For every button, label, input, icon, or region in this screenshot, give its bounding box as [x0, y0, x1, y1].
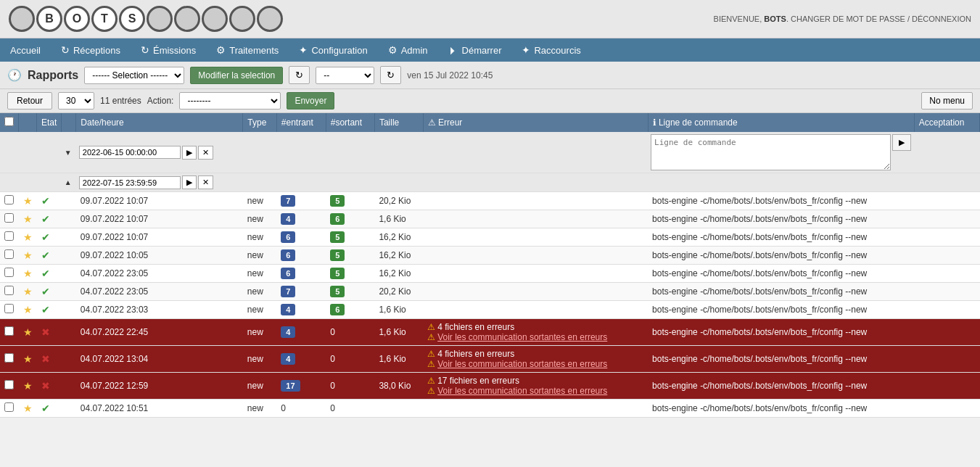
- table-row[interactable]: ★✔04.07.2022 23:05new6516,2 Kiobots-engi…: [0, 265, 980, 283]
- col-header-size[interactable]: Taille: [374, 113, 423, 132]
- no-menu-button[interactable]: No menu: [921, 92, 973, 109]
- toolbar: 🕐 Rapports ------ Selection ------ Optio…: [0, 62, 980, 89]
- table-row[interactable]: ★✖04.07.2022 22:45new401,6 Kio⚠4 fichier…: [0, 319, 980, 346]
- col-header-type[interactable]: Type: [243, 113, 276, 132]
- table-row[interactable]: ★✖04.07.2022 12:59new17038,0 Kio⚠17 fich…: [0, 373, 980, 400]
- row-checkbox[interactable]: [4, 268, 14, 277]
- star-icon[interactable]: ★: [23, 353, 33, 365]
- error-line-1[interactable]: ⚠17 fichiers en erreurs: [427, 376, 643, 386]
- col-header-cmdline[interactable]: ℹ Ligne de commande: [648, 113, 914, 132]
- nav-receptions[interactable]: ↻ Réceptions: [51, 38, 131, 62]
- error-line-2[interactable]: ⚠Voir les communication sortantes en err…: [427, 359, 643, 369]
- star-icon[interactable]: ★: [23, 380, 33, 392]
- nav-admin[interactable]: ⚙ Admin: [378, 38, 438, 62]
- row-checkbox[interactable]: [4, 353, 14, 363]
- row-size: 1,6 Kio: [374, 210, 423, 228]
- error-link-2[interactable]: Voir les communication sortantes en erre…: [437, 386, 607, 396]
- col-header-accept[interactable]: Acceptation: [914, 113, 979, 132]
- incoming-badge: 6: [281, 249, 295, 261]
- row-checkbox[interactable]: [4, 231, 14, 241]
- star-icon[interactable]: ★: [23, 268, 33, 279]
- error-line-2[interactable]: ⚠Voir les communication sortantes en err…: [427, 386, 643, 396]
- row-accept: [914, 301, 979, 319]
- action-dropdown[interactable]: -------- Supprimer Archiver: [179, 92, 281, 109]
- date-from-apply-btn[interactable]: ▶: [182, 146, 197, 160]
- date-to-clear-btn[interactable]: ✕: [198, 175, 213, 189]
- configuration-label: Configuration: [311, 45, 367, 56]
- nav-raccourcis[interactable]: ✦ Raccourcis: [511, 38, 590, 62]
- row-size: 20,2 Kio: [374, 283, 423, 301]
- cmd-filter-input[interactable]: [651, 134, 891, 170]
- col-header-datetime[interactable]: Date/heure: [76, 113, 243, 132]
- star-icon[interactable]: ★: [23, 326, 33, 338]
- modify-selection-button[interactable]: Modifier la selection: [190, 67, 283, 84]
- row-checkbox[interactable]: [4, 304, 14, 313]
- warning-icon-2: ⚠: [427, 386, 435, 396]
- table-row[interactable]: ★✔09.07.2022 10:07new7520,2 Kiobots-engi…: [0, 192, 980, 210]
- error-line-1[interactable]: ⚠4 fichiers en erreurs: [427, 322, 643, 332]
- table-row[interactable]: ★✖04.07.2022 13:04new401,6 Kio⚠4 fichier…: [0, 346, 980, 373]
- accueil-label: Accueil: [10, 45, 41, 56]
- filter-cell-star: [19, 132, 37, 173]
- row-accept: [914, 247, 979, 265]
- row-checkbox[interactable]: [4, 380, 14, 389]
- row-checkbox[interactable]: [4, 402, 14, 412]
- row-checkbox[interactable]: [4, 195, 14, 204]
- nav-emissions[interactable]: ↻ Émissions: [131, 38, 206, 62]
- count-select[interactable]: 30 50 100: [58, 92, 94, 109]
- error-line-1[interactable]: ⚠4 fichiers en erreurs: [427, 349, 643, 359]
- error-link-2[interactable]: Voir les communication sortantes en erre…: [437, 359, 607, 369]
- incoming-badge: 4: [281, 213, 295, 225]
- cmd-run-btn[interactable]: ▶: [892, 134, 911, 151]
- star-icon[interactable]: ★: [23, 213, 33, 225]
- table-row[interactable]: ★✔09.07.2022 10:07new461,6 Kiobots-engin…: [0, 210, 980, 228]
- table-row[interactable]: ★✔04.07.2022 23:03new461,6 Kiobots-engin…: [0, 301, 980, 319]
- nav-configuration[interactable]: ✦ Configuration: [289, 38, 377, 62]
- dash-dropdown[interactable]: -- Option A: [316, 67, 374, 84]
- row-checkbox[interactable]: [4, 286, 14, 295]
- star-icon[interactable]: ★: [23, 195, 33, 207]
- nav-traitements[interactable]: ⚙ Traitements: [206, 38, 289, 62]
- row-checkbox[interactable]: [4, 213, 14, 223]
- row-type: new: [243, 228, 276, 247]
- table-row[interactable]: ★✔09.07.2022 10:05new6516,2 Kiobots-engi…: [0, 247, 980, 265]
- refresh-button-1[interactable]: ↻: [289, 66, 310, 84]
- toolbar-title: Rapports: [28, 69, 78, 82]
- row-checkbox[interactable]: [4, 326, 14, 336]
- logout-link[interactable]: DÉCONNEXION: [912, 15, 971, 23]
- col-header-outgoing[interactable]: #sortant: [326, 113, 374, 132]
- select-all-checkbox[interactable]: [4, 117, 14, 126]
- change-password-link[interactable]: CHANGER DE MOT DE PASSE: [791, 15, 905, 23]
- date-from-clear-btn[interactable]: ✕: [198, 146, 213, 160]
- star-icon[interactable]: ★: [23, 304, 33, 315]
- star-icon[interactable]: ★: [23, 402, 33, 414]
- star-icon[interactable]: ★: [23, 286, 33, 297]
- star-icon[interactable]: ★: [23, 231, 33, 243]
- row-outgoing: 5: [326, 283, 374, 301]
- row-state-cell: ✔: [37, 301, 62, 319]
- date-to-apply-btn[interactable]: ▶: [182, 175, 197, 189]
- col-header-state[interactable]: Etat: [37, 113, 62, 132]
- nav-demarrer[interactable]: ⏵ Démarrer: [438, 38, 512, 62]
- star-icon[interactable]: ★: [23, 249, 33, 261]
- back-button[interactable]: Retour: [7, 92, 52, 109]
- row-outgoing: 6: [326, 301, 374, 319]
- send-button[interactable]: Envoyer: [287, 92, 334, 109]
- table-row[interactable]: ★✔09.07.2022 10:07new6516,2 Kiobots-engi…: [0, 228, 980, 247]
- date-to-input[interactable]: [79, 176, 181, 189]
- table-row[interactable]: ★✔04.07.2022 10:51new00bots-engine -c/ho…: [0, 400, 980, 418]
- col-header-incoming[interactable]: #entrant: [276, 113, 326, 132]
- error-link-2[interactable]: Voir les communication sortantes en erre…: [437, 332, 607, 342]
- logo-ring-b: B: [36, 6, 62, 32]
- nav-accueil[interactable]: Accueil: [0, 38, 51, 62]
- date-from-input[interactable]: [79, 146, 181, 159]
- col-header-error[interactable]: ⚠ Erreur: [423, 113, 648, 132]
- emissions-icon: ↻: [141, 44, 149, 56]
- table-row[interactable]: ★✔04.07.2022 23:05new7520,2 Kiobots-engi…: [0, 283, 980, 301]
- selection-dropdown[interactable]: ------ Selection ------ Option 1: [84, 67, 184, 84]
- error-line-2[interactable]: ⚠Voir les communication sortantes en err…: [427, 332, 643, 342]
- row-checkbox[interactable]: [4, 249, 14, 259]
- row-type: new: [243, 247, 276, 265]
- row-type: new: [243, 283, 276, 301]
- refresh-button-2[interactable]: ↻: [380, 66, 401, 84]
